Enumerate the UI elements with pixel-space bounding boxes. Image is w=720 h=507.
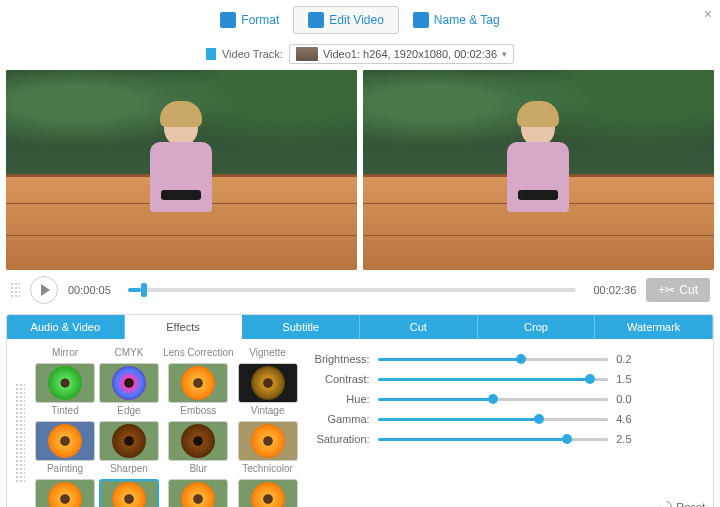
track-value: Video1: h264, 1920x1080, 00:02:36 <box>323 48 497 60</box>
effect-label: Mirror <box>52 347 78 361</box>
effect-label: Vignette <box>249 347 286 361</box>
effect-blur[interactable] <box>168 479 228 507</box>
slider-value: 0.2 <box>616 353 646 365</box>
subtab-subtitle[interactable]: Subtitle <box>242 315 360 339</box>
current-time: 00:00:05 <box>68 284 118 296</box>
slider-contrast[interactable] <box>378 378 609 381</box>
cut-button[interactable]: +✂Cut <box>646 278 710 302</box>
tab-name-tag[interactable]: Name & Tag <box>399 7 514 33</box>
effect-label: Lens Correction <box>163 347 234 361</box>
subtab-effects[interactable]: Effects <box>125 315 243 339</box>
subtab-cut[interactable]: Cut <box>360 315 478 339</box>
slider-brightness[interactable] <box>378 358 609 361</box>
result-preview: Preview🔍 <box>363 70 714 270</box>
track-thumb-icon <box>296 47 318 61</box>
scissors-icon: +✂ <box>658 283 675 297</box>
close-icon[interactable]: × <box>704 6 712 22</box>
effect-label: Blur <box>189 463 207 477</box>
tab-name-label: Name & Tag <box>434 13 500 27</box>
tab-format-label: Format <box>241 13 279 27</box>
slider-value: 1.5 <box>616 373 646 385</box>
effect-label: Edge <box>117 405 140 419</box>
slider-hue[interactable] <box>378 398 609 401</box>
format-icon <box>220 12 236 28</box>
slider-gamma[interactable] <box>378 418 609 421</box>
total-time: 00:02:36 <box>586 284 636 296</box>
tab-edit-video[interactable]: Edit Video <box>293 6 399 34</box>
effect-cmyk[interactable] <box>99 363 159 403</box>
play-button[interactable] <box>30 276 58 304</box>
slider-label: Contrast: <box>308 373 370 385</box>
effect-mirror[interactable] <box>35 363 95 403</box>
slider-label: Saturation: <box>308 433 370 445</box>
subtab-crop[interactable]: Crop <box>478 315 596 339</box>
subtab-audio-video[interactable]: Audio & Video <box>7 315 125 339</box>
effect-emboss[interactable] <box>168 421 228 461</box>
slider-label: Hue: <box>308 393 370 405</box>
original-preview: Original <box>6 70 357 270</box>
effect-vintage[interactable] <box>238 421 298 461</box>
effect-lens-correction[interactable] <box>168 363 228 403</box>
effect-technicolor[interactable] <box>238 479 298 507</box>
slider-value: 2.5 <box>616 433 646 445</box>
drag-handle-icon[interactable] <box>10 282 20 298</box>
slider-label: Gamma: <box>308 413 370 425</box>
effect-vignette[interactable] <box>238 363 298 403</box>
chevron-down-icon: ▾ <box>502 49 507 59</box>
effect-edge[interactable] <box>99 421 159 461</box>
effect-label: Technicolor <box>242 463 293 477</box>
effect-label: Painting <box>47 463 83 477</box>
effect-sharpen[interactable] <box>99 479 159 507</box>
slider-value: 4.6 <box>616 413 646 425</box>
effect-label: CMYK <box>115 347 144 361</box>
effect-label: Tinted <box>51 405 78 419</box>
play-icon <box>41 284 50 296</box>
tab-format[interactable]: Format <box>206 7 293 33</box>
subtab-watermark[interactable]: Watermark <box>595 315 713 339</box>
effect-label: Vintage <box>251 405 285 419</box>
effect-painting[interactable] <box>35 479 95 507</box>
effect-label: Emboss <box>180 405 216 419</box>
video-track-label: Video Track: <box>222 48 283 60</box>
reset-button[interactable]: Reset <box>660 501 705 507</box>
video-track-dropdown[interactable]: Video1: h264, 1920x1080, 00:02:36 ▾ <box>289 44 514 64</box>
edit-video-icon <box>308 12 324 28</box>
slider-label: Brightness: <box>308 353 370 365</box>
effect-tinted[interactable] <box>35 421 95 461</box>
drag-handle-icon[interactable] <box>15 383 25 483</box>
slider-value: 0.0 <box>616 393 646 405</box>
name-tag-icon <box>413 12 429 28</box>
timeline-slider[interactable] <box>128 288 576 292</box>
tab-edit-label: Edit Video <box>329 13 384 27</box>
effect-label: Sharpen <box>110 463 148 477</box>
slider-saturation[interactable] <box>378 438 609 441</box>
reset-icon <box>658 499 675 507</box>
film-icon <box>206 48 216 60</box>
